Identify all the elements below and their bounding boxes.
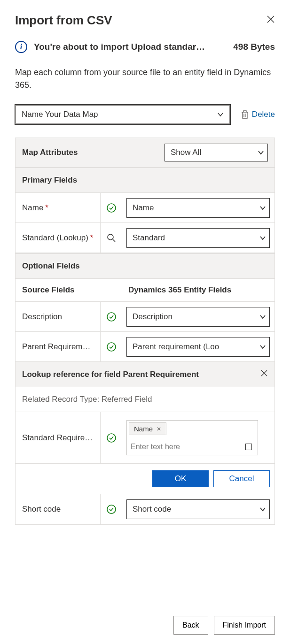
svg-point-12 <box>107 505 116 514</box>
svg-point-5 <box>108 234 113 240</box>
tag-name[interactable]: Name ✕ <box>129 422 166 435</box>
field-label-shortcode: Short code <box>16 505 100 514</box>
map-attributes-label: Map Attributes <box>22 148 78 157</box>
close-button[interactable] <box>266 15 275 26</box>
check-icon <box>106 504 117 514</box>
filter-dropdown[interactable]: Show All <box>165 144 268 161</box>
description-select[interactable]: Description <box>126 307 270 327</box>
data-map-placeholder: Name Your Data Map <box>22 110 98 119</box>
file-size: 498 Bytes <box>233 42 275 52</box>
select-value: Parent requirement (Loo <box>133 342 219 352</box>
delete-button[interactable]: Delete <box>241 110 275 119</box>
lookup-row-label: Standard Require… <box>16 412 100 463</box>
data-map-dropdown[interactable]: Name Your Data Map <box>15 105 230 124</box>
svg-point-8 <box>107 343 116 351</box>
info-message: You're about to import Upload standar… <box>34 42 220 52</box>
lookup-tag-input[interactable]: Name ✕ <box>126 420 258 455</box>
chevron-down-icon <box>217 111 224 118</box>
filter-value: Show All <box>171 148 201 157</box>
expand-icon[interactable] <box>245 444 252 450</box>
standard-select[interactable]: Standard <box>126 228 270 248</box>
entity-fields-header: Dynamics 365 Entity Fields <box>122 285 274 295</box>
check-icon <box>106 342 117 352</box>
lookup-title: Lookup reference for field Parent Requir… <box>22 370 199 379</box>
chevron-down-icon <box>260 205 266 211</box>
optional-fields-header: Optional Fields <box>16 253 274 279</box>
ok-button[interactable]: OK <box>152 470 209 487</box>
select-value: Description <box>133 312 172 322</box>
lookup-close-button[interactable] <box>260 369 268 379</box>
svg-point-4 <box>107 204 116 212</box>
chevron-down-icon <box>260 344 266 350</box>
chevron-down-icon <box>260 506 266 512</box>
search-icon[interactable] <box>107 233 116 243</box>
primary-fields-header: Primary Fields <box>16 168 274 193</box>
chevron-down-icon <box>260 235 266 241</box>
svg-point-11 <box>107 434 116 442</box>
tag-label: Name <box>134 425 153 433</box>
info-icon: i <box>15 41 27 53</box>
check-icon <box>106 433 117 443</box>
check-icon <box>106 203 117 213</box>
source-fields-header: Source Fields <box>16 285 122 295</box>
chevron-down-icon <box>260 314 266 320</box>
field-label-description: Description <box>16 312 100 322</box>
parent-select[interactable]: Parent requirement (Loo <box>126 337 270 357</box>
svg-line-6 <box>113 239 115 242</box>
select-value: Name <box>133 203 154 213</box>
trash-icon <box>241 110 249 119</box>
field-label-standard: Standard (Lookup)* <box>16 233 100 243</box>
name-select[interactable]: Name <box>126 198 270 218</box>
field-label-name: Name* <box>16 203 100 213</box>
delete-label: Delete <box>252 110 275 119</box>
select-value: Short code <box>133 505 171 514</box>
tag-remove-icon[interactable]: ✕ <box>157 426 161 432</box>
svg-point-7 <box>107 313 116 321</box>
dialog-title: Import from CSV <box>15 13 112 28</box>
select-value: Standard <box>133 233 165 243</box>
check-icon <box>106 312 117 322</box>
cancel-button[interactable]: Cancel <box>213 470 270 487</box>
lookup-text-input[interactable] <box>131 443 245 451</box>
lookup-subtitle: Related Record Type: Referred Field <box>16 387 274 412</box>
chevron-down-icon <box>258 150 264 155</box>
instruction-text: Map each column from your source file to… <box>15 66 275 92</box>
shortcode-select[interactable]: Short code <box>126 499 270 519</box>
field-label-parent: Parent Requireme… <box>16 342 100 352</box>
